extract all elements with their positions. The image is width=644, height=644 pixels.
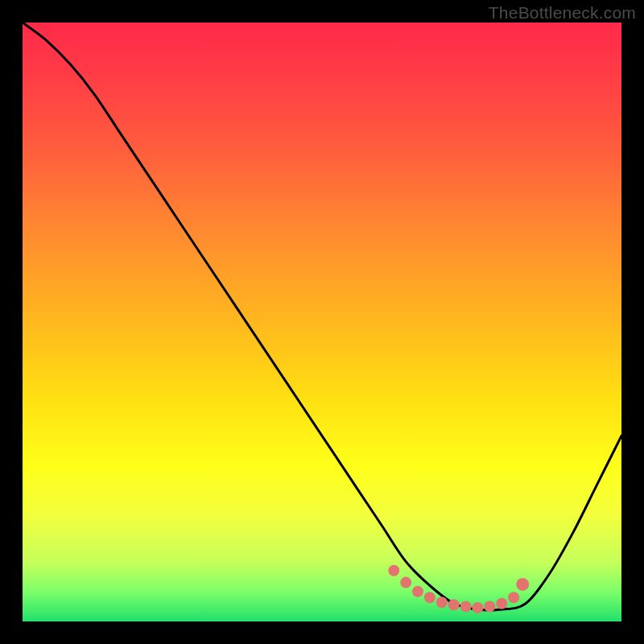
- marker-dot: [400, 577, 411, 588]
- marker-dot: [508, 592, 519, 603]
- watermark-text: TheBottleneck.com: [489, 3, 636, 23]
- plot-area: [23, 23, 621, 621]
- marker-dot: [472, 602, 483, 613]
- marker-dot: [424, 592, 436, 603]
- marker-dot: [484, 601, 495, 612]
- chart-svg: [23, 23, 621, 621]
- marker-dot: [448, 599, 460, 610]
- marker-dot: [412, 586, 423, 597]
- marker-dot: [436, 597, 448, 608]
- marker-dot: [516, 578, 529, 591]
- marker-dot: [496, 598, 507, 609]
- marker-dot: [388, 565, 399, 576]
- chart-frame: TheBottleneck.com: [0, 0, 644, 644]
- gradient-background: [23, 23, 621, 621]
- marker-dot: [460, 601, 472, 612]
